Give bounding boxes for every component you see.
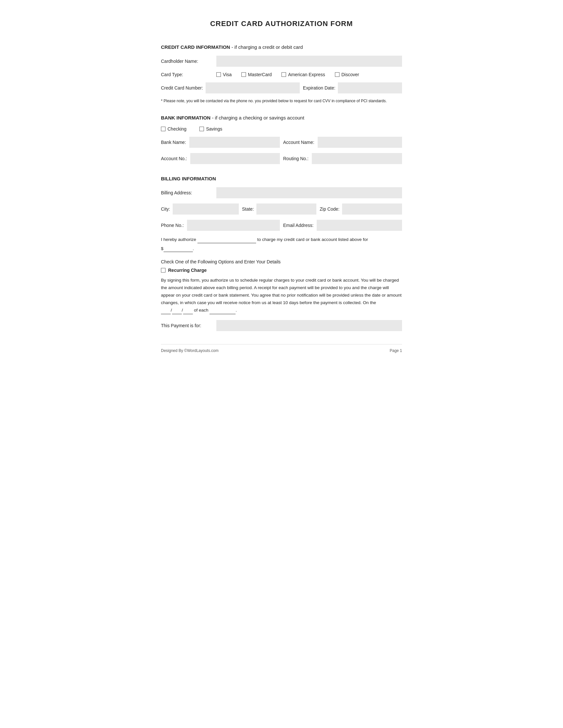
visa-label: Visa [223, 72, 232, 77]
visa-option: Visa [216, 72, 232, 77]
authorize-text-1: I hereby authorize [161, 237, 197, 242]
city-group: City: [161, 203, 239, 215]
month-name-blank [209, 308, 235, 314]
city-label: City: [161, 206, 170, 212]
billing-address-row: Billing Address: [161, 187, 402, 198]
billing-section: BILLING INFORMATION Billing Address: Cit… [161, 176, 402, 331]
expiration-input[interactable] [338, 82, 402, 93]
phone-label: Phone No.: [161, 223, 184, 228]
credit-card-section: CREDIT CARD INFORMATION - if charging a … [161, 44, 402, 103]
payment-for-label: This Payment is for: [161, 323, 213, 328]
recurring-row: Recurring Charge [161, 268, 402, 273]
payment-for-row: This Payment is for: [161, 320, 402, 331]
bank-header-bold: BANK INFORMATION [161, 115, 210, 120]
bank-section: BANK INFORMATION - if charging a checkin… [161, 115, 402, 164]
account-no-row: Account No.: Routing No.: [161, 153, 402, 164]
credit-card-header-normal: - if charging a credit or debit card [230, 44, 303, 50]
recurring-checkbox[interactable] [161, 268, 165, 273]
expiration-group: Expiration Date: [303, 82, 402, 93]
authorize-period: . [193, 246, 194, 251]
bank-name-group: Bank Name: [161, 137, 280, 148]
cc-number-input[interactable] [205, 82, 300, 93]
check-options-label: Check One of the Following Options and E… [161, 259, 402, 264]
footer-left: Designed By ©WordLayouts.com [161, 348, 218, 353]
bank-name-label: Bank Name: [161, 140, 186, 145]
checking-label: Checking [167, 126, 186, 132]
account-no-input[interactable] [190, 153, 280, 164]
city-state-zip-row: City: State: Zip Code: [161, 203, 402, 215]
account-name-label: Account Name: [283, 140, 315, 145]
cardholder-row: Cardholder Name: [161, 56, 402, 67]
authorize-dollar-text: $. [161, 245, 402, 252]
cc-number-group: Credit Card Number: [161, 82, 300, 93]
discover-label: Discover [342, 72, 359, 77]
month-num-blank [172, 308, 182, 314]
bank-checkboxes: Checking Savings [161, 126, 402, 132]
mastercard-option: MasterCard [241, 72, 272, 77]
zip-group: Zip Code: [320, 203, 402, 215]
authorize-dollar-sign: $ [161, 246, 163, 251]
billing-header-bold: BILLING INFORMATION [161, 176, 216, 181]
email-input[interactable] [317, 220, 402, 231]
visa-checkbox[interactable] [216, 72, 221, 77]
routing-no-group: Routing No.: [283, 153, 402, 164]
footer-right: Page 1 [390, 348, 402, 353]
mastercard-label: MasterCard [248, 72, 272, 77]
billing-address-input[interactable] [216, 187, 402, 198]
cc-number-label: Credit Card Number: [161, 85, 203, 91]
bank-section-header: BANK INFORMATION - if charging a checkin… [161, 115, 402, 120]
billing-section-header: BILLING INFORMATION [161, 176, 402, 181]
cardholder-label: Cardholder Name: [161, 59, 213, 64]
email-group: Email Address: [283, 220, 402, 231]
card-type-label: Card Type: [161, 72, 213, 77]
savings-checkbox[interactable] [199, 127, 204, 131]
authorize-text-2: to charge my credit card or bank account… [256, 237, 368, 242]
amex-checkbox[interactable] [282, 72, 286, 77]
card-type-row: Card Type: Visa MasterCard American Expr… [161, 72, 402, 77]
phone-group: Phone No.: [161, 220, 280, 231]
footer: Designed By ©WordLayouts.com Page 1 [161, 344, 402, 353]
state-input[interactable] [256, 203, 317, 215]
city-input[interactable] [173, 203, 239, 215]
discover-option: Discover [335, 72, 359, 77]
savings-option: Savings [199, 126, 222, 132]
phone-input[interactable] [187, 220, 280, 231]
routing-no-input[interactable] [312, 153, 402, 164]
discover-checkbox[interactable] [335, 72, 340, 77]
phone-email-row: Phone No.: Email Address: [161, 220, 402, 231]
bank-header-normal: - if charging a checking or savings acco… [210, 115, 304, 120]
bank-name-row: Bank Name: Account Name: [161, 137, 402, 148]
savings-label: Savings [206, 126, 222, 132]
authorize-name-blank [197, 237, 256, 243]
account-no-label: Account No.: [161, 156, 187, 161]
amex-option: American Express [282, 72, 325, 77]
account-name-input[interactable] [318, 137, 402, 148]
recurring-label: Recurring Charge [168, 268, 206, 273]
zip-label: Zip Code: [320, 206, 340, 212]
mastercard-checkbox[interactable] [241, 72, 246, 77]
page-title: CREDIT CARD AUTHORIZATION FORM [161, 20, 402, 28]
pci-note: * Please note, you will be contacted via… [161, 99, 402, 103]
authorize-text: I hereby authorize to charge my credit c… [161, 236, 402, 243]
credit-card-section-header: CREDIT CARD INFORMATION - if charging a … [161, 44, 402, 50]
billing-address-label: Billing Address: [161, 190, 213, 195]
state-label: State: [242, 206, 254, 212]
expiration-label: Expiration Date: [303, 85, 336, 91]
year-blank [183, 308, 193, 314]
amex-label: American Express [288, 72, 325, 77]
checking-option: Checking [161, 126, 186, 132]
email-label: Email Address: [283, 223, 314, 228]
state-group: State: [242, 203, 317, 215]
card-options: Visa MasterCard American Express Discove… [216, 72, 359, 77]
authorize-amount-blank [163, 246, 193, 252]
zip-input[interactable] [342, 203, 402, 215]
checking-checkbox[interactable] [161, 127, 165, 131]
day-blank [161, 308, 171, 314]
account-name-group: Account Name: [283, 137, 402, 148]
cardholder-name-input[interactable] [216, 56, 402, 67]
bank-name-input[interactable] [189, 137, 280, 148]
account-no-group: Account No.: [161, 153, 280, 164]
payment-for-input[interactable] [216, 320, 402, 331]
recurring-description: By signing this form, you authorize us t… [161, 277, 402, 314]
cc-number-row: Credit Card Number: Expiration Date: [161, 82, 402, 93]
